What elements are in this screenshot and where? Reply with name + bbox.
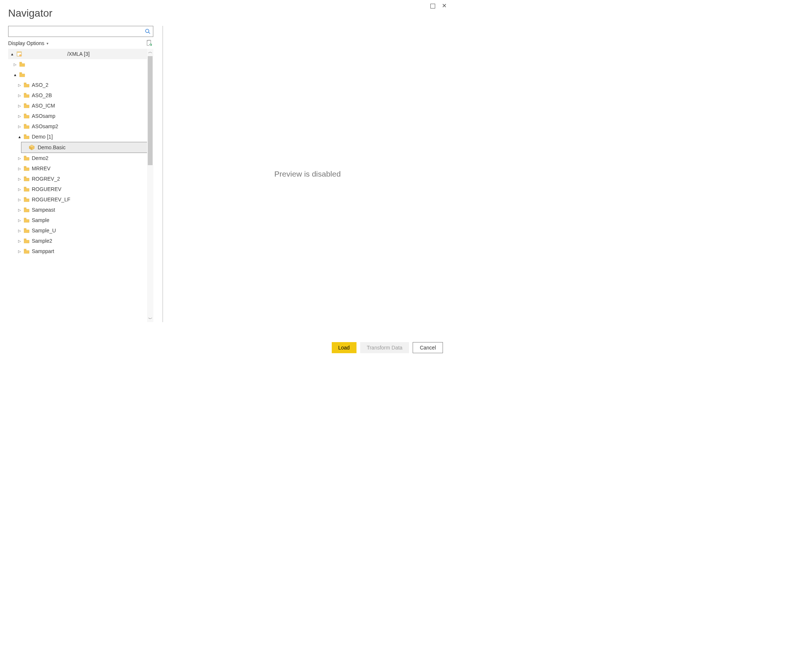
- preview-message: Preview is disabled: [275, 170, 341, 179]
- tree-folder[interactable]: ▷ ROGUEREV: [8, 184, 147, 194]
- cube-icon: [29, 144, 35, 150]
- tree-cube-selected[interactable]: Demo.Basic: [21, 142, 147, 153]
- expand-toggle-icon[interactable]: ▷: [18, 156, 21, 160]
- svg-rect-9: [20, 72, 22, 73]
- search-input[interactable]: [11, 28, 145, 35]
- tree-root-label: /XMLA [3]: [67, 51, 90, 57]
- tree-folder[interactable]: ▷ ASO_2B: [8, 90, 147, 101]
- tree-folder[interactable]: ▷ ASO_2: [8, 80, 147, 90]
- folder-icon: [24, 249, 29, 254]
- folder-icon: [24, 218, 29, 223]
- cancel-button[interactable]: Cancel: [413, 342, 443, 353]
- expand-toggle-icon[interactable]: ▷: [18, 208, 21, 212]
- expand-toggle-icon[interactable]: ▷: [18, 177, 21, 181]
- search-box[interactable]: [8, 26, 153, 37]
- tree-folder[interactable]: ▷ Sampeast: [8, 205, 147, 215]
- folder-icon: [24, 238, 29, 243]
- tree-scrollbar[interactable]: ︿ ﹀: [147, 49, 153, 322]
- tree-item-label: Sample2: [32, 238, 52, 244]
- folder-icon: [19, 72, 25, 77]
- expand-toggle-icon[interactable]: ▷: [18, 124, 21, 128]
- tree-folder[interactable]: ▷ Samppart: [8, 246, 147, 257]
- tree-item-label: ROGUEREV: [32, 186, 61, 192]
- tree-folder[interactable]: ▷ Sample2: [8, 236, 147, 246]
- tree-folder-collapsed[interactable]: ▷: [8, 59, 147, 69]
- tree-folder[interactable]: ▷ ROGREV_2: [8, 174, 147, 184]
- tree-folder[interactable]: ▷ Demo2: [8, 153, 147, 163]
- scroll-thumb[interactable]: [148, 56, 153, 165]
- pane-divider: [163, 26, 163, 322]
- dropdown-caret-icon: ▾: [47, 41, 48, 46]
- expand-toggle-icon[interactable]: ▷: [18, 219, 21, 222]
- window-controls: ✕: [430, 3, 447, 9]
- close-icon[interactable]: ✕: [442, 3, 447, 9]
- svg-rect-8: [20, 62, 22, 63]
- folder-icon: [24, 83, 29, 87]
- refresh-icon[interactable]: [146, 40, 153, 47]
- tree-folder-expanded[interactable]: ▲: [8, 69, 147, 80]
- tree-item-label: Demo.Basic: [38, 144, 66, 150]
- display-options-dropdown[interactable]: Display Options ▾: [8, 40, 48, 46]
- tree-item-label: Demo2: [32, 155, 48, 161]
- tree-folder[interactable]: ▷ MRREV: [8, 163, 147, 174]
- maximize-icon[interactable]: [430, 4, 435, 9]
- expand-toggle-icon[interactable]: ▷: [18, 239, 21, 243]
- folder-icon: [24, 197, 29, 202]
- expand-toggle-icon[interactable]: ▷: [18, 104, 21, 108]
- expand-toggle-icon[interactable]: ▲: [18, 135, 21, 139]
- search-icon[interactable]: [145, 29, 151, 34]
- svg-rect-26: [24, 228, 26, 229]
- tree-item-label: Demo [1]: [32, 134, 53, 140]
- tree-item-label: Samppart: [32, 248, 54, 254]
- svg-rect-12: [24, 104, 26, 105]
- tree-folder[interactable]: ▷ ASO_ICM: [8, 101, 147, 111]
- expand-toggle-icon[interactable]: ▷: [18, 229, 21, 233]
- tree-container: ▲ /XMLA [3] ▷: [8, 49, 153, 322]
- svg-rect-6: [17, 52, 21, 53]
- tree: ▲ /XMLA [3] ▷: [8, 49, 147, 322]
- tree-root-node[interactable]: ▲ /XMLA [3]: [8, 49, 147, 59]
- folder-icon: [24, 103, 29, 108]
- tree-folder[interactable]: ▷ Sample_U: [8, 225, 147, 236]
- tree-item-label: ROGREV_2: [32, 176, 60, 182]
- expand-toggle-icon[interactable]: ▲: [10, 52, 14, 56]
- svg-rect-15: [24, 134, 26, 136]
- expand-toggle-icon[interactable]: ▷: [13, 63, 17, 67]
- folder-icon: [24, 124, 29, 129]
- svg-line-1: [148, 32, 150, 34]
- load-button[interactable]: Load: [332, 342, 357, 353]
- expand-toggle-icon[interactable]: ▷: [18, 249, 21, 254]
- scroll-up-icon[interactable]: ︿: [147, 49, 153, 55]
- left-pane: Display Options ▾ ▲: [8, 26, 153, 322]
- tree-item-label: MRREV: [32, 165, 50, 171]
- expand-toggle-icon[interactable]: ▷: [18, 187, 21, 191]
- tree-item-label: Sample_U: [32, 228, 56, 234]
- expand-toggle-icon[interactable]: ▷: [18, 83, 21, 87]
- tree-folder[interactable]: ▷ Sample: [8, 215, 147, 225]
- folder-icon: [24, 134, 29, 139]
- folder-icon: [24, 166, 29, 171]
- expand-toggle-icon[interactable]: ▷: [18, 93, 21, 98]
- svg-rect-22: [24, 187, 26, 188]
- transform-data-button: Transform Data: [360, 342, 409, 353]
- expand-toggle-icon[interactable]: ▲: [13, 73, 17, 77]
- tree-folder[interactable]: ▷ ASOsamp2: [8, 121, 147, 131]
- scroll-down-icon[interactable]: ﹀: [147, 316, 153, 322]
- folder-icon: [19, 62, 25, 67]
- dialog-footer: Load Transform Data Cancel: [332, 342, 443, 353]
- options-row: Display Options ▾: [8, 37, 153, 49]
- tree-folder[interactable]: ▷ ASOsamp: [8, 111, 147, 121]
- expand-toggle-icon[interactable]: ▷: [18, 167, 21, 171]
- tree-folder-demo[interactable]: ▲ Demo [1]: [8, 131, 147, 142]
- tree-item-label: Sample: [32, 217, 49, 223]
- expand-toggle-icon[interactable]: ▷: [18, 198, 21, 202]
- svg-rect-27: [24, 238, 26, 240]
- svg-rect-23: [24, 197, 26, 199]
- svg-rect-25: [24, 218, 26, 219]
- expand-toggle-icon[interactable]: ▷: [18, 114, 21, 118]
- svg-rect-14: [24, 124, 26, 125]
- tree-folder[interactable]: ▷ ROGUEREV_LF: [8, 194, 147, 205]
- database-icon: [16, 51, 22, 57]
- tree-item-label: Sampeast: [32, 207, 55, 213]
- tree-item-label: ASO_2B: [32, 92, 52, 98]
